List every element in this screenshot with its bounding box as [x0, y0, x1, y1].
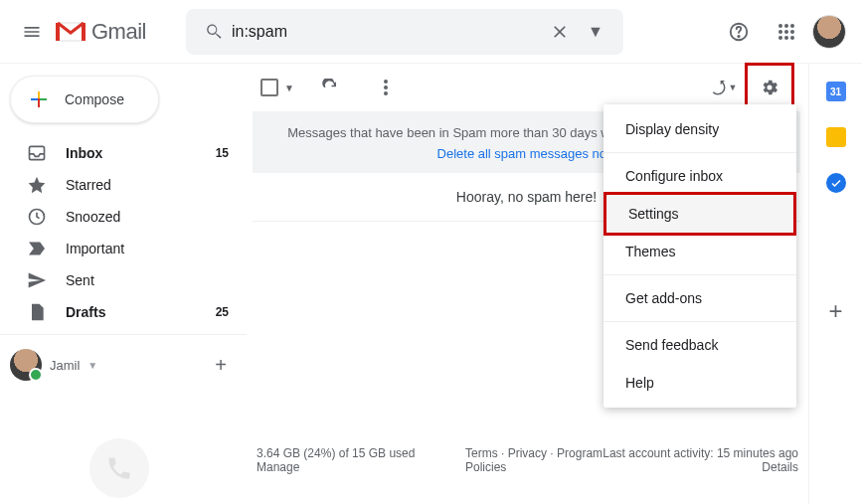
tasks-icon[interactable]	[826, 173, 846, 193]
nav-label: Important	[66, 241, 229, 256]
privacy-link[interactable]: Privacy	[508, 446, 547, 460]
clear-search-icon[interactable]	[542, 14, 578, 50]
select-all-checkbox[interactable]: ▼	[260, 79, 294, 96]
header: Gmail ▼	[0, 0, 862, 64]
svg-point-6	[784, 30, 788, 34]
main-menu-button[interactable]	[8, 8, 56, 56]
svg-point-5	[778, 30, 782, 34]
nav-count: 25	[216, 305, 229, 319]
svg-point-9	[784, 36, 788, 40]
calendar-icon[interactable]: 31	[826, 82, 846, 101]
nav-count: 15	[216, 146, 229, 160]
support-icon[interactable]	[717, 10, 761, 54]
svg-rect-13	[40, 98, 47, 100]
svg-point-2	[778, 24, 782, 28]
phone-icon[interactable]	[89, 438, 149, 498]
svg-point-4	[790, 24, 794, 28]
details-link[interactable]: Details	[762, 460, 798, 474]
footer: 3.64 GB (24%) of 15 GB used Manage Terms…	[257, 446, 798, 474]
delete-spam-link[interactable]: Delete all spam messages now	[437, 146, 616, 161]
menu-themes[interactable]: Themes	[603, 233, 796, 270]
menu-help[interactable]: Help	[603, 364, 796, 402]
svg-point-7	[790, 30, 794, 34]
logo-text: Gmail	[91, 19, 146, 45]
drafts-icon	[26, 301, 48, 323]
nav-label: Snoozed	[66, 209, 229, 225]
divider	[603, 274, 796, 275]
nav-drafts[interactable]: Drafts 25	[0, 296, 247, 328]
nav-sent[interactable]: Sent	[0, 264, 247, 296]
add-addon-icon[interactable]: +	[828, 297, 842, 325]
compose-button[interactable]: Compose	[10, 76, 159, 123]
clock-icon	[26, 206, 48, 228]
divider	[0, 334, 247, 335]
hangouts-row: Jamil ▼ +	[0, 341, 247, 389]
activity-text: Last account activity: 15 minutes ago	[603, 446, 798, 460]
account-avatar[interactable]	[812, 15, 846, 49]
keep-icon[interactable]	[826, 127, 846, 147]
gmail-logo[interactable]: Gmail	[56, 19, 146, 45]
search-icon[interactable]	[196, 22, 232, 42]
caret-down-icon[interactable]: ▼	[87, 360, 97, 371]
menu-display-density[interactable]: Display density	[603, 110, 796, 148]
nav-label: Drafts	[66, 304, 216, 320]
nav-label: Inbox	[66, 145, 216, 161]
svg-point-3	[784, 24, 788, 28]
search-bar: ▼	[186, 9, 623, 55]
menu-settings[interactable]: Settings	[606, 195, 793, 233]
header-right	[717, 10, 854, 54]
star-icon	[26, 174, 48, 196]
nav-inbox[interactable]: Inbox 15	[0, 137, 247, 169]
svg-point-10	[790, 36, 794, 40]
side-panel: 31 +	[808, 64, 862, 504]
svg-point-18	[384, 91, 388, 95]
divider	[603, 152, 796, 153]
nav-label: Sent	[66, 272, 229, 288]
menu-send-feedback[interactable]: Send feedback	[603, 326, 796, 364]
svg-point-8	[778, 36, 782, 40]
plus-icon	[27, 87, 51, 111]
svg-rect-11	[38, 91, 40, 98]
gmail-icon	[56, 21, 86, 43]
nav-label: Starred	[66, 177, 229, 193]
divider	[603, 321, 796, 322]
menu-get-addons[interactable]: Get add-ons	[603, 279, 796, 317]
apps-icon[interactable]	[765, 10, 808, 54]
hangouts-name: Jamil	[50, 358, 80, 373]
hangouts-avatar[interactable]	[10, 349, 42, 381]
important-icon	[26, 238, 48, 259]
input-tools-icon[interactable]: ▼	[703, 68, 743, 107]
nav-starred[interactable]: Starred	[0, 169, 247, 201]
settings-menu: Display density Configure inbox Settings…	[603, 104, 796, 408]
inbox-icon	[26, 142, 48, 164]
svg-point-17	[384, 85, 388, 89]
manage-link[interactable]: Manage	[257, 460, 299, 474]
compose-label: Compose	[65, 91, 124, 107]
nav-important[interactable]: Important	[0, 233, 247, 264]
sidebar: Compose Inbox 15 Starred Snoozed Importa…	[0, 64, 247, 504]
storage-text: 3.64 GB (24%) of 15 GB used	[257, 446, 465, 460]
nav-snoozed[interactable]: Snoozed	[0, 201, 247, 233]
svg-point-16	[384, 80, 388, 84]
search-options-icon[interactable]: ▼	[578, 14, 613, 50]
settings-icon[interactable]	[750, 68, 789, 107]
sent-icon	[26, 269, 48, 291]
refresh-icon[interactable]	[310, 68, 350, 107]
svg-point-1	[738, 35, 739, 36]
terms-link[interactable]: Terms	[465, 446, 498, 460]
search-input[interactable]	[232, 23, 542, 41]
menu-configure-inbox[interactable]: Configure inbox	[603, 157, 796, 195]
more-icon[interactable]	[366, 68, 406, 107]
svg-rect-12	[31, 98, 38, 100]
new-chat-icon[interactable]: +	[205, 349, 237, 381]
highlight-settings-item: Settings	[603, 192, 796, 236]
